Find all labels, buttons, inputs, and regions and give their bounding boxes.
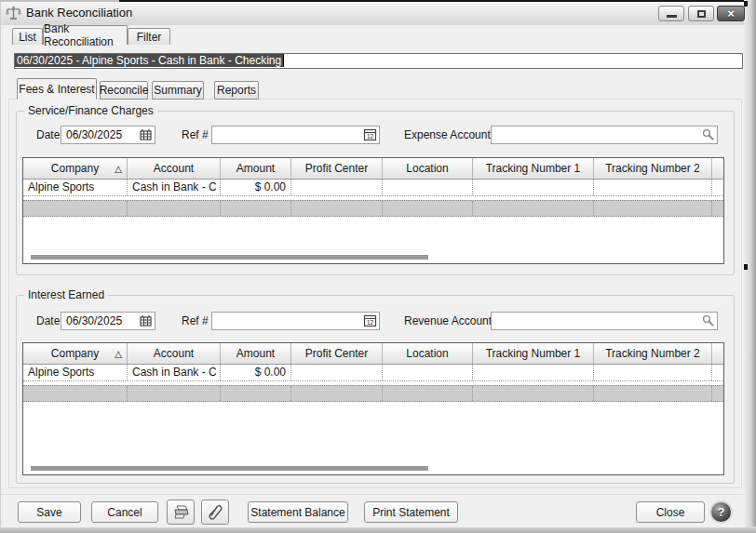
charges-date-field[interactable] xyxy=(61,126,155,144)
column-header-company[interactable]: Company△ xyxy=(23,343,128,364)
tab-reconcile[interactable]: Reconcile xyxy=(100,81,148,100)
svg-text:12: 12 xyxy=(367,319,374,326)
ref-lookup-icon[interactable]: 12 xyxy=(363,128,377,141)
tab-bank-reconciliation[interactable]: Bank Reconciliation xyxy=(43,25,128,45)
date-label: Date xyxy=(36,312,60,330)
charges-table-header[interactable]: Company△ Account Amount Profit Center Lo… xyxy=(23,158,723,180)
balance-scale-icon xyxy=(6,6,21,21)
help-button[interactable]: ? xyxy=(709,500,733,524)
ref-label: Ref # xyxy=(182,312,209,330)
sort-ascending-icon: △ xyxy=(115,349,122,359)
interest-earned-group: Interest Earned Date Ref # 12 Reve xyxy=(16,295,735,484)
revenue-account-input[interactable] xyxy=(492,313,717,329)
column-header-profit-center[interactable]: Profit Center xyxy=(291,158,383,179)
group-title: Interest Earned xyxy=(24,288,108,301)
close-window-button[interactable]: × xyxy=(717,6,745,21)
date-label: Date xyxy=(36,126,60,144)
ref-lookup-icon[interactable]: 12 xyxy=(363,314,377,327)
window-title: Bank Reconciliation xyxy=(26,6,132,20)
column-header-tracking-1[interactable]: Tracking Number 1 xyxy=(473,158,594,179)
column-header-profit-center[interactable]: Profit Center xyxy=(291,343,383,364)
tab-list[interactable]: List xyxy=(12,28,43,45)
minimize-button[interactable] xyxy=(658,6,684,21)
date-picker-icon[interactable] xyxy=(139,314,153,327)
interest-table-header[interactable]: Company△ Account Amount Profit Center Lo… xyxy=(23,343,723,365)
tab-fees-interest[interactable]: Fees & Interest xyxy=(17,78,97,100)
charges-table[interactable]: Company△ Account Amount Profit Center Lo… xyxy=(22,157,724,264)
print-button[interactable] xyxy=(167,500,195,525)
date-picker-icon[interactable] xyxy=(139,128,153,141)
scrollbar-thumb[interactable] xyxy=(31,466,428,471)
new-entry-row[interactable] xyxy=(23,200,723,217)
search-icon[interactable] xyxy=(701,128,715,141)
column-header-location[interactable]: Location xyxy=(383,158,473,179)
service-finance-charges-group: Service/Finance Charges Date Ref # 12 xyxy=(16,111,735,275)
background-window-bottom xyxy=(0,526,756,533)
scrollbar-thumb[interactable] xyxy=(31,255,428,260)
interest-ref-field[interactable]: 12 xyxy=(211,312,380,330)
table-row[interactable]: Alpine Sports Cash in Bank - C $ 0.00 xyxy=(23,180,723,196)
expense-account-label: Expense Account xyxy=(404,126,491,144)
question-mark-icon: ? xyxy=(718,505,725,519)
tab-filter[interactable]: Filter xyxy=(128,28,170,45)
record-selector-field[interactable]: 06/30/2025 - Alpine Sports - Cash in Ban… xyxy=(14,53,743,69)
column-header-amount[interactable]: Amount xyxy=(221,343,291,364)
selected-record-text: 06/30/2025 - Alpine Sports - Cash in Ban… xyxy=(15,54,284,67)
cancel-button[interactable]: Cancel xyxy=(91,501,158,523)
column-header-account[interactable]: Account xyxy=(128,343,221,364)
background-window-sliver xyxy=(744,0,756,526)
save-button[interactable]: Save xyxy=(18,501,81,523)
interest-date-field[interactable] xyxy=(61,312,155,330)
column-header-account[interactable]: Account xyxy=(128,158,221,179)
maximize-icon xyxy=(697,10,706,18)
close-icon: × xyxy=(727,7,735,20)
minimize-icon xyxy=(667,15,677,18)
paperclip-icon xyxy=(208,504,223,521)
table-row[interactable]: Alpine Sports Cash in Bank - C $ 0.00 xyxy=(23,365,723,381)
column-header-amount[interactable]: Amount xyxy=(221,158,291,179)
svg-text:12: 12 xyxy=(367,133,374,140)
tab-summary[interactable]: Summary xyxy=(152,81,204,100)
horizontal-scrollbar[interactable] xyxy=(31,466,716,471)
search-icon[interactable] xyxy=(701,314,715,327)
maximize-button[interactable] xyxy=(688,6,714,21)
revenue-account-field[interactable] xyxy=(491,312,718,330)
sort-ascending-icon: △ xyxy=(115,164,122,174)
charges-ref-input[interactable] xyxy=(212,127,379,143)
expense-account-field[interactable] xyxy=(491,126,718,144)
printer-icon xyxy=(172,504,190,520)
column-header-tracking-2[interactable]: Tracking Number 2 xyxy=(594,158,712,179)
column-header-location[interactable]: Location xyxy=(383,343,473,364)
ref-label: Ref # xyxy=(182,126,209,144)
interest-ref-input[interactable] xyxy=(212,313,379,329)
charges-ref-field[interactable]: 12 xyxy=(211,126,380,144)
statement-balance-button[interactable]: Statement Balance xyxy=(248,501,348,523)
column-header-company[interactable]: Company△ xyxy=(23,158,128,179)
group-title: Service/Finance Charges xyxy=(24,104,157,117)
column-header-tracking-2[interactable]: Tracking Number 2 xyxy=(594,343,712,364)
interest-table[interactable]: Company△ Account Amount Profit Center Lo… xyxy=(22,342,724,475)
print-statement-button[interactable]: Print Statement xyxy=(364,501,458,523)
horizontal-scrollbar[interactable] xyxy=(31,255,716,260)
new-entry-row[interactable] xyxy=(23,385,723,402)
bank-reconciliation-window: Bank Reconciliation × List Bank Reconcil… xyxy=(0,2,744,526)
footer-bar: Save Cancel Statement Balance Print Stat… xyxy=(1,494,745,527)
expense-account-input[interactable] xyxy=(492,127,717,143)
column-header-tracking-1[interactable]: Tracking Number 1 xyxy=(473,343,594,364)
tab-reports[interactable]: Reports xyxy=(214,81,259,100)
close-button[interactable]: Close xyxy=(636,501,705,523)
revenue-account-label: Revenue Account xyxy=(404,312,492,330)
attachment-button[interactable] xyxy=(201,500,229,525)
